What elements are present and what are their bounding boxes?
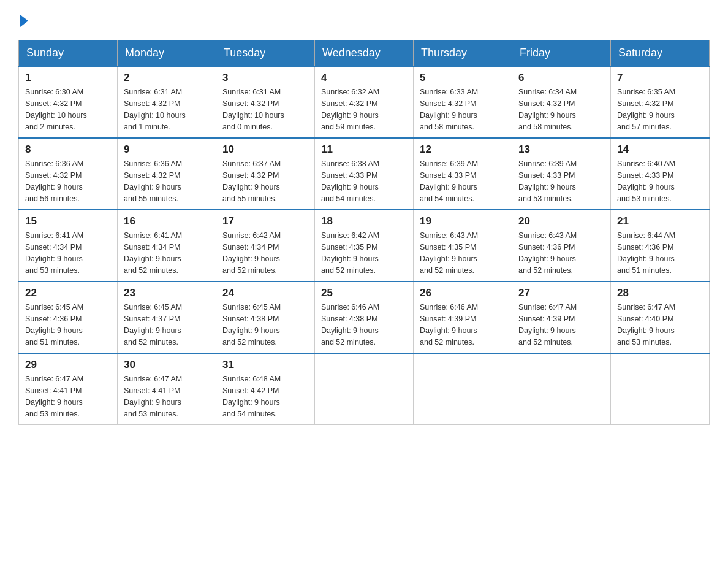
calendar-cell: 30Sunrise: 6:47 AMSunset: 4:41 PMDayligh…: [118, 353, 216, 425]
calendar-cell: 8Sunrise: 6:36 AMSunset: 4:32 PMDaylight…: [19, 138, 118, 210]
day-info: Sunrise: 6:35 AMSunset: 4:32 PMDaylight:…: [617, 86, 703, 132]
day-number: 20: [518, 215, 604, 228]
day-info: Sunrise: 6:38 AMSunset: 4:33 PMDaylight:…: [321, 158, 407, 204]
day-number: 21: [617, 215, 703, 228]
day-info: Sunrise: 6:45 AMSunset: 4:36 PMDaylight:…: [25, 302, 111, 348]
day-info: Sunrise: 6:33 AMSunset: 4:32 PMDaylight:…: [420, 86, 506, 132]
day-number: 8: [25, 144, 111, 156]
day-number: 27: [518, 287, 604, 299]
day-number: 14: [617, 144, 703, 156]
page-header: [18, 12, 710, 28]
day-of-week-header: Friday: [512, 40, 611, 67]
day-info: Sunrise: 6:47 AMSunset: 4:41 PMDaylight:…: [124, 373, 210, 419]
day-number: 23: [124, 287, 210, 299]
day-info: Sunrise: 6:31 AMSunset: 4:32 PMDaylight:…: [222, 86, 308, 132]
calendar-cell: 15Sunrise: 6:41 AMSunset: 4:34 PMDayligh…: [19, 210, 118, 282]
calendar-cell: 6Sunrise: 6:34 AMSunset: 4:32 PMDaylight…: [512, 66, 611, 138]
calendar-cell: 22Sunrise: 6:45 AMSunset: 4:36 PMDayligh…: [19, 282, 118, 353]
day-info: Sunrise: 6:46 AMSunset: 4:39 PMDaylight:…: [420, 302, 506, 348]
calendar-cell: 20Sunrise: 6:43 AMSunset: 4:36 PMDayligh…: [512, 210, 611, 282]
calendar-header-row: SundayMondayTuesdayWednesdayThursdayFrid…: [19, 40, 710, 67]
calendar-cell: [315, 353, 414, 425]
calendar-cell: [414, 353, 512, 425]
day-number: 31: [222, 359, 308, 371]
day-info: Sunrise: 6:42 AMSunset: 4:34 PMDaylight:…: [222, 230, 308, 276]
day-of-week-header: Sunday: [19, 40, 118, 67]
calendar-cell: 1Sunrise: 6:30 AMSunset: 4:32 PMDaylight…: [19, 66, 118, 138]
calendar-cell: 26Sunrise: 6:46 AMSunset: 4:39 PMDayligh…: [414, 282, 512, 353]
day-of-week-header: Thursday: [414, 40, 512, 67]
day-number: 16: [124, 215, 210, 228]
day-number: 5: [420, 72, 506, 84]
calendar-cell: [512, 353, 611, 425]
day-number: 24: [222, 287, 308, 299]
day-number: 17: [222, 215, 308, 228]
calendar-cell: 19Sunrise: 6:43 AMSunset: 4:35 PMDayligh…: [414, 210, 512, 282]
calendar-week-row: 8Sunrise: 6:36 AMSunset: 4:32 PMDaylight…: [19, 138, 710, 210]
day-number: 2: [124, 72, 210, 84]
day-number: 11: [321, 144, 407, 156]
calendar-cell: [611, 353, 710, 425]
calendar-cell: 5Sunrise: 6:33 AMSunset: 4:32 PMDaylight…: [414, 66, 512, 138]
day-of-week-header: Saturday: [611, 40, 710, 67]
calendar-cell: 25Sunrise: 6:46 AMSunset: 4:38 PMDayligh…: [315, 282, 414, 353]
calendar-week-row: 15Sunrise: 6:41 AMSunset: 4:34 PMDayligh…: [19, 210, 710, 282]
day-info: Sunrise: 6:39 AMSunset: 4:33 PMDaylight:…: [518, 158, 604, 204]
calendar-cell: 23Sunrise: 6:45 AMSunset: 4:37 PMDayligh…: [118, 282, 216, 353]
day-number: 29: [25, 359, 111, 371]
calendar-cell: 10Sunrise: 6:37 AMSunset: 4:32 PMDayligh…: [216, 138, 315, 210]
day-info: Sunrise: 6:43 AMSunset: 4:35 PMDaylight:…: [420, 230, 506, 276]
day-info: Sunrise: 6:45 AMSunset: 4:38 PMDaylight:…: [222, 302, 308, 348]
calendar-cell: 27Sunrise: 6:47 AMSunset: 4:39 PMDayligh…: [512, 282, 611, 353]
day-info: Sunrise: 6:42 AMSunset: 4:35 PMDaylight:…: [321, 230, 407, 276]
day-number: 28: [617, 287, 703, 299]
calendar-cell: 13Sunrise: 6:39 AMSunset: 4:33 PMDayligh…: [512, 138, 611, 210]
calendar-cell: 11Sunrise: 6:38 AMSunset: 4:33 PMDayligh…: [315, 138, 414, 210]
day-number: 22: [25, 287, 111, 299]
calendar-cell: 21Sunrise: 6:44 AMSunset: 4:36 PMDayligh…: [611, 210, 710, 282]
day-number: 15: [25, 215, 111, 228]
day-info: Sunrise: 6:32 AMSunset: 4:32 PMDaylight:…: [321, 86, 407, 132]
day-number: 30: [124, 359, 210, 371]
logo: [18, 12, 28, 28]
calendar-cell: 12Sunrise: 6:39 AMSunset: 4:33 PMDayligh…: [414, 138, 512, 210]
day-info: Sunrise: 6:47 AMSunset: 4:40 PMDaylight:…: [617, 302, 703, 348]
day-number: 1: [25, 72, 111, 84]
calendar-cell: 18Sunrise: 6:42 AMSunset: 4:35 PMDayligh…: [315, 210, 414, 282]
day-number: 18: [321, 215, 407, 228]
day-number: 3: [222, 72, 308, 84]
calendar-cell: 14Sunrise: 6:40 AMSunset: 4:33 PMDayligh…: [611, 138, 710, 210]
day-info: Sunrise: 6:36 AMSunset: 4:32 PMDaylight:…: [124, 158, 210, 204]
calendar-cell: 31Sunrise: 6:48 AMSunset: 4:42 PMDayligh…: [216, 353, 315, 425]
calendar-cell: 7Sunrise: 6:35 AMSunset: 4:32 PMDaylight…: [611, 66, 710, 138]
calendar-week-row: 1Sunrise: 6:30 AMSunset: 4:32 PMDaylight…: [19, 66, 710, 138]
calendar-cell: 16Sunrise: 6:41 AMSunset: 4:34 PMDayligh…: [118, 210, 216, 282]
calendar-cell: 2Sunrise: 6:31 AMSunset: 4:32 PMDaylight…: [118, 66, 216, 138]
day-info: Sunrise: 6:43 AMSunset: 4:36 PMDaylight:…: [518, 230, 604, 276]
calendar-cell: 4Sunrise: 6:32 AMSunset: 4:32 PMDaylight…: [315, 66, 414, 138]
calendar-cell: 24Sunrise: 6:45 AMSunset: 4:38 PMDayligh…: [216, 282, 315, 353]
day-number: 25: [321, 287, 407, 299]
day-number: 26: [420, 287, 506, 299]
day-number: 10: [222, 144, 308, 156]
day-info: Sunrise: 6:45 AMSunset: 4:37 PMDaylight:…: [124, 302, 210, 348]
day-number: 19: [420, 215, 506, 228]
day-info: Sunrise: 6:44 AMSunset: 4:36 PMDaylight:…: [617, 230, 703, 276]
day-number: 6: [518, 72, 604, 84]
calendar-cell: 9Sunrise: 6:36 AMSunset: 4:32 PMDaylight…: [118, 138, 216, 210]
day-number: 13: [518, 144, 604, 156]
day-info: Sunrise: 6:41 AMSunset: 4:34 PMDaylight:…: [25, 230, 111, 276]
day-of-week-header: Monday: [118, 40, 216, 67]
calendar-week-row: 22Sunrise: 6:45 AMSunset: 4:36 PMDayligh…: [19, 282, 710, 353]
day-info: Sunrise: 6:46 AMSunset: 4:38 PMDaylight:…: [321, 302, 407, 348]
day-number: 4: [321, 72, 407, 84]
day-info: Sunrise: 6:34 AMSunset: 4:32 PMDaylight:…: [518, 86, 604, 132]
day-info: Sunrise: 6:36 AMSunset: 4:32 PMDaylight:…: [25, 158, 111, 204]
day-info: Sunrise: 6:47 AMSunset: 4:41 PMDaylight:…: [25, 373, 111, 419]
day-info: Sunrise: 6:30 AMSunset: 4:32 PMDaylight:…: [25, 86, 111, 132]
logo-general: [18, 12, 28, 28]
calendar-cell: 17Sunrise: 6:42 AMSunset: 4:34 PMDayligh…: [216, 210, 315, 282]
day-info: Sunrise: 6:40 AMSunset: 4:33 PMDaylight:…: [617, 158, 703, 204]
calendar-cell: 28Sunrise: 6:47 AMSunset: 4:40 PMDayligh…: [611, 282, 710, 353]
day-number: 12: [420, 144, 506, 156]
